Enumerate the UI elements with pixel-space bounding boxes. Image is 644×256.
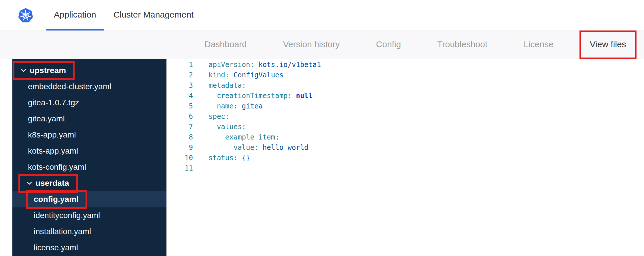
line-number: 9 [166, 142, 193, 153]
file-label: gitea-1.0.7.tgz [28, 98, 79, 107]
code-line: 3metadata: [166, 80, 644, 91]
code-line: 10status: {} [166, 153, 644, 163]
line-number: 2 [166, 70, 193, 80]
top-tab-application[interactable]: Application [46, 0, 104, 30]
tree-item-identityconfig-yaml[interactable]: identityconfig.yaml [12, 207, 166, 223]
app-nav-items: DashboardVersion historyConfigTroublesho… [200, 31, 631, 59]
code-token: gitea [238, 102, 263, 110]
code-token: hello world [258, 144, 308, 152]
tree-item-installation-yaml[interactable]: installation.yaml [12, 223, 166, 240]
tree-item-content: kots-app.yaml [28, 143, 78, 159]
line-number: 1 [166, 60, 193, 70]
tree-item-userdata[interactable]: userdata [12, 175, 166, 191]
tree-item-kots-config-yaml[interactable]: kots-config.yaml [12, 159, 166, 175]
line-number: 4 [166, 91, 193, 101]
code-token: apiVersion: [209, 61, 254, 69]
file-label: identityconfig.yaml [34, 211, 100, 220]
line-number: 11 [166, 163, 193, 173]
code-line: 2kind: ConfigValues [166, 70, 644, 80]
tree-item-config-yaml[interactable]: config.yaml [12, 191, 166, 207]
code-text: name: gitea [193, 101, 263, 111]
file-label: config.yaml [34, 195, 79, 204]
nav-item-troubleshoot[interactable]: Troubleshoot [433, 31, 492, 59]
chevron-down-icon [20, 67, 27, 74]
code-token: metadata: [209, 81, 246, 89]
code-line: 5 name: gitea [166, 101, 644, 111]
code-token: status: [209, 154, 238, 162]
file-label: kots-config.yaml [28, 163, 86, 172]
nav-item-version-history[interactable]: Version history [279, 31, 344, 59]
tree-item-content: k8s-app.yaml [28, 127, 76, 143]
tree-item-k8s-app-yaml[interactable]: k8s-app.yaml [12, 127, 166, 143]
code-token: creationTimestamp: [209, 92, 292, 100]
tree-item-content: installation.yaml [34, 223, 91, 240]
code-text: metadata: [193, 80, 246, 91]
file-label: gitea.yaml [28, 114, 65, 123]
tree-item-content: kots-config.yaml [28, 159, 86, 175]
code-token: kind: [209, 71, 229, 79]
main-body: upstreamembedded-cluster.yamlgitea-1.0.7… [0, 59, 644, 256]
code-token: ConfigValues [229, 71, 283, 79]
code-text: creationTimestamp: null [193, 91, 312, 101]
code-text [193, 163, 209, 173]
code-text: value: hello world [193, 142, 308, 153]
top-tab-cluster-management[interactable]: Cluster Management [106, 0, 201, 30]
file-label: k8s-app.yaml [28, 130, 76, 140]
folder-label: upstream [30, 66, 66, 75]
code-token: {} [242, 154, 250, 162]
code-line: 9 value: hello world [166, 142, 644, 153]
code-line: 7 values: [166, 122, 644, 132]
line-number: 6 [166, 111, 193, 122]
nav-item-dashboard[interactable]: Dashboard [200, 31, 251, 59]
code-token: kots.io/v1beta1 [254, 61, 321, 69]
file-label: license.yaml [34, 243, 78, 252]
tree-item-embedded-cluster-yaml[interactable]: embedded-cluster.yaml [12, 79, 166, 95]
tree-item-kots-app-yaml[interactable]: kots-app.yaml [12, 143, 166, 159]
code-line: 11 [166, 163, 644, 173]
tree-item-content: gitea-1.0.7.tgz [28, 95, 79, 111]
code-text: apiVersion: kots.io/v1beta1 [193, 60, 321, 70]
code-token: values: [209, 123, 246, 131]
nav-item-license[interactable]: License [519, 31, 558, 59]
tree-item-content: embedded-cluster.yaml [28, 79, 111, 95]
chevron-down-icon [26, 180, 33, 186]
tree-item-content: upstream [20, 62, 66, 79]
nav-item-view-files[interactable]: View files [585, 31, 631, 59]
tree-item-content: userdata [26, 175, 69, 191]
topbar-tabs: ApplicationCluster Management [46, 0, 644, 30]
code-line: 1apiVersion: kots.io/v1beta1 [166, 60, 644, 70]
nav-item-config[interactable]: Config [372, 31, 406, 59]
code-line: 8 example_item: [166, 132, 644, 142]
code-line: 6spec: [166, 111, 644, 122]
file-label: installation.yaml [34, 227, 91, 236]
code-text: kind: ConfigValues [193, 70, 283, 80]
line-number: 8 [166, 132, 193, 142]
tree-item-gitea-yaml[interactable]: gitea.yaml [12, 111, 166, 127]
app-nav: DashboardVersion historyConfigTroublesho… [0, 31, 644, 59]
folder-label: userdata [35, 179, 69, 188]
tree-item-license-yaml[interactable]: license.yaml [12, 240, 166, 256]
code-token: value: [209, 144, 258, 152]
code-text: status: {} [193, 153, 250, 163]
line-number: 5 [166, 101, 193, 111]
file-tree[interactable]: upstreamembedded-cluster.yamlgitea-1.0.7… [12, 59, 166, 256]
tree-item-content: identityconfig.yaml [34, 207, 100, 223]
file-label: kots-app.yaml [28, 146, 78, 156]
tree-item-upstream[interactable]: upstream [12, 62, 166, 79]
code-text: example_item: [193, 132, 279, 142]
code-text: spec: [193, 111, 229, 122]
code-token: spec: [209, 112, 229, 121]
code-token: null [292, 92, 312, 100]
topbar: ApplicationCluster Management [0, 0, 644, 31]
tree-item-gitea-1-0-7-tgz[interactable]: gitea-1.0.7.tgz [12, 95, 166, 111]
tree-item-content: gitea.yaml [28, 111, 65, 127]
kubernetes-logo-icon[interactable] [18, 8, 33, 23]
line-number: 10 [166, 153, 193, 163]
line-number: 3 [166, 80, 193, 91]
code-token: example_item: [209, 133, 279, 141]
code-token: name: [209, 102, 238, 110]
file-label: embedded-cluster.yaml [28, 82, 111, 91]
tree-item-content: config.yaml [34, 191, 79, 207]
code-editor[interactable]: 1apiVersion: kots.io/v1beta12kind: Confi… [166, 59, 644, 256]
code-line: 4 creationTimestamp: null [166, 91, 644, 101]
